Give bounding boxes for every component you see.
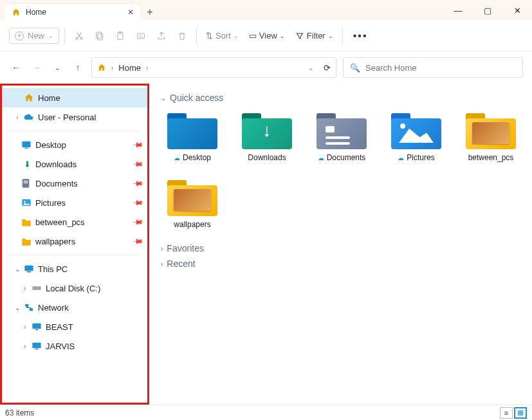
share-button[interactable] [152, 28, 170, 44]
sidebar-label: wallpapers [35, 237, 75, 246]
more-button[interactable]: ••• [348, 30, 373, 42]
pin-icon[interactable]: 📌 [131, 138, 143, 151]
filter-icon [295, 32, 304, 41]
chevron-right-icon: › [161, 260, 163, 268]
pin-icon[interactable]: 📌 [131, 158, 143, 170]
sidebar-item-onedrive[interactable]: › User - Personal [2, 107, 147, 127]
sidebar-label: between_pcs [35, 217, 85, 227]
sidebar-label: Desktop [35, 140, 66, 150]
breadcrumb-segment[interactable]: Home [118, 63, 141, 73]
home-icon [24, 93, 35, 103]
sidebar-item-betweenpcs[interactable]: between_pcs 📌 [2, 212, 147, 232]
pin-icon[interactable]: 📌 [131, 235, 143, 247]
pin-icon[interactable]: 📌 [131, 177, 143, 189]
sidebar-item-host-jarvis[interactable]: › JARVIS [2, 336, 147, 356]
sidebar-item-localdisk[interactable]: › Local Disk (C:) [2, 278, 147, 298]
section-recent[interactable]: › Recent [161, 259, 520, 269]
filter-button[interactable]: Filter ⌄ [291, 28, 337, 43]
address-row: ← → ⌄ ↑ › Home › ⌄ ⟳ 🔍 [0, 51, 532, 84]
close-button[interactable]: ✕ [502, 0, 532, 21]
icons-view-button[interactable]: ▦ [514, 407, 527, 419]
maximize-button[interactable]: ▢ [473, 0, 502, 21]
delete-button[interactable] [173, 28, 191, 44]
sidebar-item-downloads[interactable]: ⬇ Downloads 📌 [2, 154, 147, 174]
chevron-right-icon[interactable]: › [21, 343, 29, 350]
chevron-down-icon[interactable]: ⌄ [14, 304, 21, 311]
folder-tile-wallpapers[interactable]: wallpapers [165, 179, 220, 229]
recent-locations-button[interactable]: ⌄ [50, 64, 64, 71]
pin-icon[interactable]: 📌 [131, 215, 143, 228]
search-input[interactable] [365, 63, 516, 73]
svg-rect-19 [35, 329, 38, 330]
chevron-right-icon[interactable]: › [21, 285, 29, 292]
pin-icon[interactable]: 📌 [131, 196, 143, 208]
copy-button[interactable] [91, 28, 109, 44]
chevron-right-icon[interactable]: › [21, 324, 29, 331]
sidebar-label: Downloads [35, 160, 77, 169]
sidebar-label: Home [38, 93, 60, 103]
details-view-button[interactable]: ≡ [500, 407, 513, 419]
back-button[interactable]: ← [9, 62, 23, 73]
view-button[interactable]: ▭ View ⌄ [245, 28, 289, 43]
sidebar-item-host-beast[interactable]: › BEAST [2, 317, 147, 336]
sidebar-label: This PC [38, 264, 68, 274]
minimize-button[interactable]: — [443, 0, 473, 21]
cut-button[interactable] [70, 28, 88, 44]
tile-caption: ☁Desktop [174, 153, 211, 162]
tile-label: Downloads [248, 153, 286, 162]
folder-tile-between_pcs[interactable]: between_pcs [463, 112, 518, 162]
home-icon [97, 63, 106, 72]
svg-rect-6 [24, 148, 28, 149]
sidebar-item-wallpapers[interactable]: wallpapers 📌 [2, 232, 147, 251]
content-area: ⌄ Quick access ☁Desktop↓Downloads☁Docume… [149, 84, 532, 405]
folder-tile-pictures[interactable]: ☁Pictures [389, 112, 444, 162]
sidebar-item-desktop[interactable]: Desktop 📌 [2, 135, 147, 154]
chevron-down-icon[interactable]: ⌄ [14, 266, 21, 273]
tile-label: Pictures [407, 153, 434, 162]
sidebar-item-documents[interactable]: Documents 📌 [2, 174, 147, 193]
svg-point-11 [24, 201, 26, 203]
chevron-down-icon: ⌄ [328, 33, 333, 39]
sidebar-item-thispc[interactable]: ⌄ This PC [2, 259, 147, 278]
svg-rect-0 [98, 33, 103, 39]
pc-icon [24, 264, 35, 273]
title-bar: Home ✕ + — ▢ ✕ [0, 0, 532, 21]
breadcrumb[interactable]: › Home › ⌄ ⟳ [91, 57, 336, 78]
section-title: Quick access [170, 93, 223, 103]
pictures-icon [21, 198, 33, 207]
new-button[interactable]: + New ⌄ [9, 28, 59, 44]
section-title: Recent [167, 259, 195, 269]
folder-icon [167, 179, 217, 216]
new-tab-button[interactable]: + [140, 6, 160, 21]
sidebar-item-network[interactable]: ⌄ Network [2, 298, 147, 317]
rename-button[interactable] [132, 28, 150, 44]
sort-button[interactable]: ⇅ Sort ⌄ [202, 28, 243, 43]
sidebar-item-pictures[interactable]: Pictures 📌 [2, 193, 147, 212]
section-quick-access[interactable]: ⌄ Quick access [161, 93, 520, 103]
sidebar-label: BEAST [46, 322, 73, 332]
svg-rect-9 [24, 183, 28, 183]
tile-caption: ☁Pictures [398, 153, 434, 162]
sort-label: Sort [216, 31, 231, 41]
folder-tile-downloads[interactable]: ↓Downloads [239, 112, 295, 162]
folder-tile-desktop[interactable]: ☁Desktop [165, 112, 220, 162]
section-favorites[interactable]: › Favorites [161, 243, 520, 253]
chevron-right-icon: › [146, 64, 148, 71]
folder-icon: ↓ [242, 112, 292, 149]
folder-tile-documents[interactable]: ☁Documents [314, 112, 369, 162]
paste-button[interactable] [111, 28, 129, 44]
svg-rect-1 [96, 32, 102, 38]
sidebar-label: Pictures [35, 198, 66, 208]
chevron-down-icon[interactable]: ⌄ [308, 64, 313, 71]
search-box[interactable]: 🔍 [343, 57, 523, 78]
tab-close-icon[interactable]: ✕ [127, 8, 134, 17]
forward-button[interactable]: → [30, 62, 44, 73]
window-tab[interactable]: Home ✕ [5, 4, 140, 21]
sidebar-label: Network [38, 303, 69, 313]
tab-title: Home [26, 8, 46, 17]
chevron-right-icon[interactable]: › [14, 114, 21, 121]
up-button[interactable]: ↑ [71, 62, 85, 73]
refresh-button[interactable]: ⟳ [324, 63, 331, 73]
computer-icon [32, 322, 43, 331]
sidebar-item-home[interactable]: Home [2, 88, 147, 107]
